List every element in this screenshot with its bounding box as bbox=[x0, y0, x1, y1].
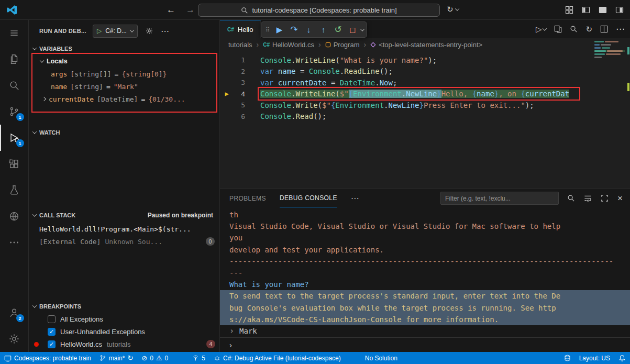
views-more-actions-icon[interactable]: ⋯ bbox=[161, 26, 169, 36]
checkbox-checked[interactable] bbox=[48, 340, 56, 348]
explorer-icon[interactable] bbox=[0, 46, 29, 72]
close-panel-icon[interactable]: × bbox=[617, 194, 623, 203]
code-line[interactable]: ▶5Console.Write($"{Environment.NewLine}P… bbox=[220, 100, 630, 111]
call-stack-section-header[interactable]: CALL STACK bbox=[33, 209, 75, 221]
remote-resources-indicator[interactable] bbox=[560, 352, 575, 364]
branch-indicator[interactable]: main* ↻ bbox=[95, 352, 138, 364]
start-debug-icon[interactable]: ▷ bbox=[97, 27, 102, 35]
console-line[interactable]: ›Mark bbox=[229, 325, 630, 337]
stack-frame-external[interactable]: [External Code] Unknown Sou... 0 bbox=[39, 236, 215, 247]
glyph-margin[interactable]: ▶ bbox=[220, 102, 234, 109]
command-center-search[interactable]: tutorial-codespace [Codespaces: probable… bbox=[198, 4, 440, 17]
open-changes-icon[interactable] bbox=[554, 25, 562, 33]
debug-status[interactable]: C#: Debug Active File (tutorial-codespac… bbox=[209, 352, 345, 364]
settings-gear-icon[interactable] bbox=[0, 326, 29, 352]
console-highlight-block[interactable]: To send text to the target process's sta… bbox=[220, 290, 630, 325]
breadcrumb-file[interactable]: C# HelloWorld.cs bbox=[263, 41, 314, 49]
console-search-icon[interactable] bbox=[567, 194, 575, 202]
more-actions-icon[interactable]: ⋯ bbox=[616, 24, 625, 35]
breakpoint-helloworld[interactable]: HelloWorld.cs tutorials 4 bbox=[48, 338, 215, 350]
run-debug-icon[interactable]: 1 bbox=[0, 125, 29, 151]
run-or-debug-button[interactable]: ▷ bbox=[536, 25, 547, 34]
console-line[interactable]: you bbox=[229, 232, 630, 244]
console-line[interactable]: What is your name? bbox=[229, 279, 630, 290]
back-arrow-icon[interactable]: ← bbox=[167, 5, 175, 15]
stop-button[interactable]: ◻ bbox=[346, 23, 359, 36]
code-line[interactable]: ▶6Console.Read(); bbox=[220, 111, 630, 123]
sync-dropdown[interactable]: ↻ bbox=[447, 5, 459, 14]
chevron-right-icon[interactable] bbox=[42, 97, 46, 101]
tab-debug-console[interactable]: DEBUG CONSOLE bbox=[280, 189, 337, 207]
variables-section-header[interactable]: VARIABLES bbox=[33, 43, 72, 54]
watch-section-header[interactable]: WATCH bbox=[33, 127, 60, 138]
chevron-down-icon[interactable] bbox=[360, 27, 364, 31]
step-into-button[interactable]: ↓ bbox=[302, 23, 315, 36]
breadcrumb-method[interactable]: <top-level-statements-entry-point> bbox=[370, 41, 482, 49]
console-line[interactable]: th bbox=[229, 209, 630, 220]
tab-problems[interactable]: PROBLEMS bbox=[229, 189, 266, 207]
locals-scope-row[interactable]: Locals bbox=[40, 56, 68, 67]
restart-button[interactable]: ↺ bbox=[331, 23, 345, 36]
variable-row-name[interactable]: name [string] = "Mark" bbox=[51, 81, 138, 92]
search-editor-icon[interactable] bbox=[570, 25, 578, 33]
console-line[interactable]: s://aka.ms/VSCode-CS-LaunchJson-Console … bbox=[229, 314, 630, 325]
debug-settings-gear-icon[interactable] bbox=[145, 27, 153, 35]
tab-helloworld[interactable]: C# Hello bbox=[220, 20, 261, 38]
console-line[interactable]: bug Console's evaluation box while the t… bbox=[229, 302, 630, 314]
forward-arrow-icon[interactable]: → bbox=[186, 5, 195, 15]
toggle-sidebar-icon[interactable] bbox=[582, 6, 590, 14]
editor-layout-icon[interactable] bbox=[615, 6, 624, 14]
checkbox-unchecked[interactable] bbox=[48, 315, 56, 323]
current-line-arrow-icon[interactable]: ▶ bbox=[220, 90, 234, 97]
glyph-margin[interactable]: ▶ bbox=[220, 113, 234, 120]
sync-icon[interactable]: ↻ bbox=[585, 25, 592, 34]
continue-button[interactable]: ▶ bbox=[273, 23, 286, 36]
code-line[interactable]: ▶1Console.WriteLine("What is your name?"… bbox=[220, 54, 630, 66]
code-line[interactable]: ▶4Console.WriteLine($"{Environment.NewLi… bbox=[220, 89, 630, 100]
code-line[interactable]: ▶3var currentDate = DateTime.Now; bbox=[220, 77, 630, 89]
minimap[interactable] bbox=[594, 41, 625, 98]
chevron-right-icon[interactable]: › bbox=[229, 325, 234, 337]
more-views-icon[interactable] bbox=[0, 229, 29, 256]
glyph-margin[interactable]: ▶ bbox=[220, 57, 234, 64]
breadcrumb-folder[interactable]: tutorials bbox=[228, 41, 252, 49]
breakpoint-user-unhandled[interactable]: User-Unhandled Exceptions bbox=[48, 326, 215, 337]
variable-row-currentdate[interactable]: currentDate [DateTime] = {01/30... bbox=[42, 93, 185, 105]
console-filter-input[interactable] bbox=[440, 192, 559, 205]
extensions-icon[interactable] bbox=[0, 151, 29, 177]
ports-indicator[interactable]: 5 bbox=[188, 352, 209, 364]
customize-layout-icon[interactable] bbox=[565, 6, 573, 14]
keyboard-layout-indicator[interactable]: Layout: US bbox=[575, 352, 614, 364]
stack-frame-main[interactable]: HelloWorld.dll!Program.<Main>$(str... bbox=[39, 223, 215, 235]
step-out-button[interactable]: ↑ bbox=[317, 23, 330, 36]
word-wrap-icon[interactable] bbox=[584, 194, 592, 202]
breakpoint-all-exceptions[interactable]: All Exceptions bbox=[48, 313, 215, 325]
step-over-button[interactable]: ↷ bbox=[288, 23, 301, 36]
console-line[interactable]: Visual Studio Code, Visual Studio or Vis… bbox=[229, 220, 630, 232]
menu-icon[interactable] bbox=[0, 20, 29, 46]
split-editor-icon[interactable] bbox=[600, 25, 608, 33]
console-line[interactable]: develop and test your applications. bbox=[229, 244, 630, 256]
source-control-icon[interactable]: 1 bbox=[0, 98, 29, 125]
debug-config-select[interactable]: ▷ C#: D... bbox=[93, 25, 138, 38]
variable-row-args[interactable]: args [string[]] = {string[0]} bbox=[51, 68, 167, 80]
glyph-margin[interactable]: ▶ bbox=[220, 79, 234, 86]
code-line[interactable]: ▶2var name = Console.ReadLine(); bbox=[220, 66, 630, 78]
panel-more-tabs-icon[interactable]: ⋯ bbox=[351, 193, 359, 203]
accounts-icon[interactable]: 2 bbox=[0, 300, 29, 326]
maximize-panel-icon[interactable] bbox=[601, 194, 609, 202]
remote-explorer-icon[interactable] bbox=[0, 203, 29, 229]
breadcrumb-class[interactable]: Program bbox=[325, 41, 360, 49]
checkbox-checked[interactable] bbox=[48, 328, 56, 336]
toolbar-grip-icon[interactable]: ⠿ bbox=[264, 26, 271, 34]
console-input[interactable]: › bbox=[220, 337, 630, 352]
console-line[interactable]: ----------------------------------------… bbox=[229, 256, 630, 267]
glyph-margin[interactable]: ▶ bbox=[220, 68, 234, 75]
toggle-panel-icon[interactable] bbox=[599, 6, 607, 14]
test-beaker-icon[interactable] bbox=[0, 177, 29, 203]
notifications-bell-icon[interactable] bbox=[614, 352, 630, 364]
breakpoints-section-header[interactable]: BREAKPOINTS bbox=[33, 301, 81, 312]
remote-indicator[interactable]: Codespaces: probable train bbox=[0, 352, 95, 364]
search-icon[interactable] bbox=[0, 72, 29, 98]
solution-status[interactable]: No Solution bbox=[361, 352, 402, 364]
